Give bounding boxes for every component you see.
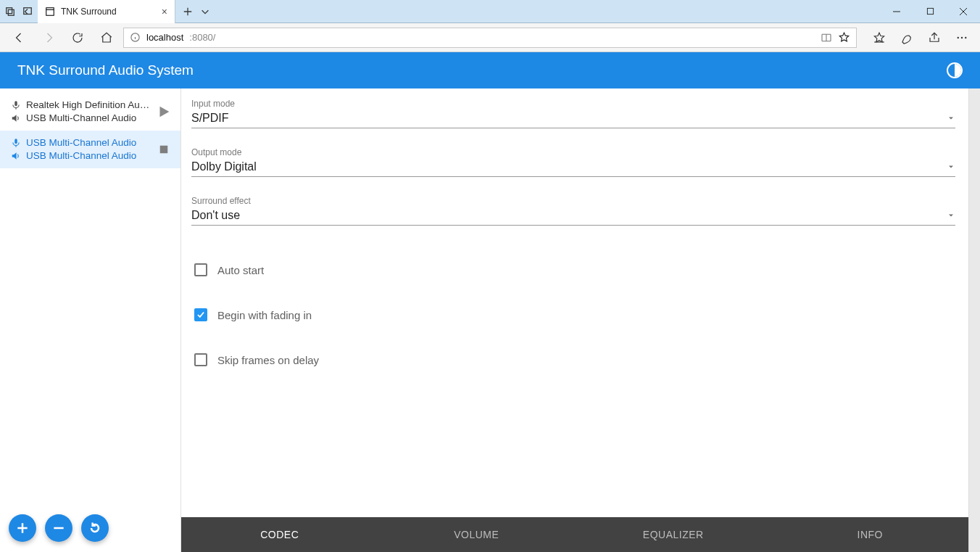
site-info-icon[interactable] <box>130 32 141 43</box>
field-label: Input mode <box>191 99 955 109</box>
input-mode-select[interactable]: Input mode S/PDIF <box>191 99 955 128</box>
tab-codec[interactable]: CODEC <box>181 517 378 552</box>
checkbox-label: Skip frames on delay <box>217 354 319 366</box>
device-list: Realtek High Definition Au… USB Multi-Ch… <box>0 88 180 507</box>
field-label: Surround effect <box>191 196 955 206</box>
browser-nav-bar: localhost:8080/ <box>0 23 980 52</box>
browser-tab-bar: TNK Surround × <box>0 0 980 23</box>
auto-start-checkbox[interactable]: Auto start <box>194 263 952 276</box>
mic-icon <box>10 99 22 111</box>
bottom-tabs: CODEC VOLUME EQUALIZER INFO <box>181 517 968 552</box>
tab-equalizer[interactable]: EQUALIZER <box>575 517 772 552</box>
chevron-down-icon <box>947 114 955 123</box>
svg-rect-1 <box>8 9 14 15</box>
checkbox-box <box>194 263 207 276</box>
url-port: :8080/ <box>189 32 215 43</box>
new-tab-icon[interactable] <box>183 7 193 17</box>
svg-rect-11 <box>14 139 17 144</box>
svg-rect-3 <box>46 8 54 16</box>
field-label: Output mode <box>191 147 955 157</box>
more-icon[interactable] <box>951 25 973 50</box>
sidebar: Realtek High Definition Au… USB Multi-Ch… <box>0 88 181 552</box>
tab-chevron-down-icon[interactable] <box>200 7 210 17</box>
nav-right-group <box>861 25 973 50</box>
stop-icon[interactable] <box>154 140 173 159</box>
restart-button[interactable] <box>81 514 109 542</box>
device-output-label: USB Multi-Channel Audio <box>26 149 136 162</box>
share-icon[interactable] <box>923 25 945 50</box>
svg-rect-12 <box>160 146 168 154</box>
device-input-label: Realtek High Definition Au… <box>26 99 149 112</box>
tabs-aside-icon[interactable] <box>4 6 16 17</box>
nav-forward <box>36 25 61 50</box>
checkbox-label: Begin with fading in <box>217 309 312 321</box>
field-value: Dolby Digital <box>191 160 947 173</box>
mic-icon <box>10 137 22 149</box>
app-header: TNK Surround Audio System <box>0 52 980 88</box>
remove-button[interactable] <box>45 514 72 542</box>
tab-set-aside-group <box>0 0 38 22</box>
svg-rect-2 <box>24 7 32 14</box>
settings-form: Input mode S/PDIF Output mode Dolby Digi… <box>181 88 968 517</box>
tab-actions <box>175 0 217 22</box>
svg-point-9 <box>965 36 966 38</box>
nav-back[interactable] <box>7 25 32 50</box>
tab-title: TNK Surround <box>61 7 156 17</box>
tabs-list-icon[interactable] <box>22 6 33 17</box>
play-icon[interactable] <box>154 102 173 121</box>
svg-rect-0 <box>7 7 12 13</box>
window-close[interactable] <box>947 0 980 23</box>
nav-home[interactable] <box>94 25 119 50</box>
window-maximize[interactable] <box>913 0 947 23</box>
skip-frames-checkbox[interactable]: Skip frames on delay <box>194 353 952 366</box>
surround-effect-select[interactable]: Surround effect Don't use <box>191 196 955 226</box>
checkbox-box <box>194 308 207 321</box>
favorites-icon[interactable] <box>868 25 890 50</box>
scrollbar-gutter <box>968 88 980 552</box>
fade-in-checkbox[interactable]: Begin with fading in <box>194 308 952 321</box>
window-controls <box>880 0 980 22</box>
checkbox-box <box>194 353 207 366</box>
browser-tab[interactable]: TNK Surround × <box>38 0 175 23</box>
speaker-icon <box>10 150 22 162</box>
speaker-icon <box>10 112 22 124</box>
checkbox-group: Auto start Begin with fading in Skip fra… <box>191 244 955 366</box>
output-mode-select[interactable]: Output mode Dolby Digital <box>191 147 955 177</box>
main-panel: Input mode S/PDIF Output mode Dolby Digi… <box>181 88 968 552</box>
tab-info[interactable]: INFO <box>772 517 969 552</box>
add-button[interactable] <box>9 514 36 542</box>
chevron-down-icon <box>947 162 955 171</box>
address-bar[interactable]: localhost:8080/ <box>123 28 857 48</box>
device-output-label: USB Multi-Channel Audio <box>26 112 136 125</box>
device-item[interactable]: Realtek High Definition Au… USB Multi-Ch… <box>0 93 180 131</box>
page-icon <box>45 7 55 17</box>
nav-refresh[interactable] <box>65 25 90 50</box>
device-input-label: USB Multi-Channel Audio <box>26 136 136 149</box>
svg-point-8 <box>961 36 963 38</box>
tab-volume[interactable]: VOLUME <box>378 517 576 552</box>
svg-rect-10 <box>14 101 17 106</box>
url-host: localhost <box>146 32 183 43</box>
field-value: Don't use <box>191 209 947 222</box>
chevron-down-icon <box>947 211 955 220</box>
device-item[interactable]: USB Multi-Channel Audio USB Multi-Channe… <box>0 131 180 168</box>
svg-point-7 <box>958 36 959 38</box>
notes-icon[interactable] <box>896 25 918 50</box>
checkbox-label: Auto start <box>217 264 264 276</box>
app-root: TNK Surround Audio System Realtek High D… <box>0 52 980 552</box>
theme-toggle-icon[interactable] <box>947 62 963 78</box>
tab-close-icon[interactable]: × <box>162 6 167 17</box>
svg-rect-4 <box>927 8 933 14</box>
app-title: TNK Surround Audio System <box>17 62 947 78</box>
reading-view-icon[interactable] <box>821 32 832 44</box>
window-minimize[interactable] <box>880 0 913 23</box>
favorite-star-icon[interactable] <box>838 31 850 44</box>
sidebar-actions <box>0 507 180 552</box>
field-value: S/PDIF <box>191 112 947 125</box>
